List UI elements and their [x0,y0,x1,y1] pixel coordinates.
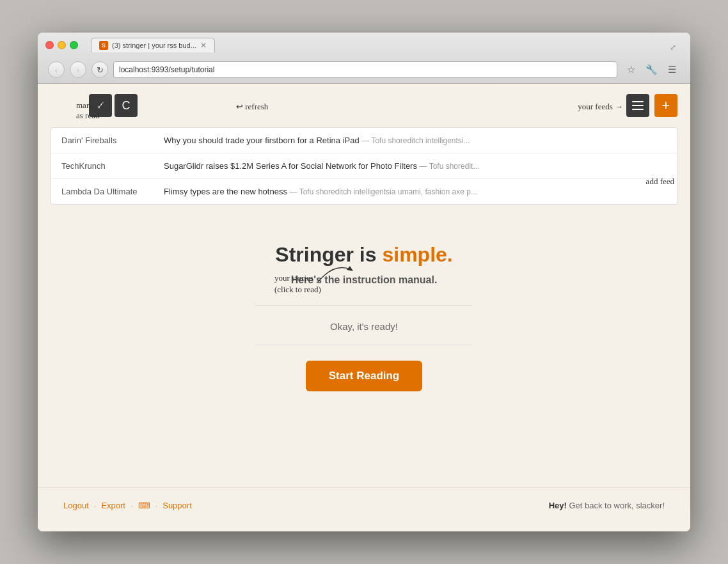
headline: Stringer is simple. [51,243,677,267]
keyboard-shortcut-link[interactable]: ⌨ [138,501,150,510]
title-bar: S (3) stringer | your rss bud... ✕ ⤢ [45,38,683,52]
logout-link[interactable]: Logout [63,501,89,510]
support-link[interactable]: Support [162,501,192,510]
divider-top [255,305,473,306]
mark-all-read-button[interactable]: ✓ [89,94,112,117]
app-content: mark allas read ✓ C ↩ refresh your feeds… [38,84,690,531]
start-reading-button[interactable]: Start Reading [306,361,423,391]
divider-bottom [255,345,473,345]
footer-tagline-bold: Hey! [549,501,567,510]
feed-source: TechKrunch [61,161,164,171]
tab-bar: S (3) stringer | your rss bud... ✕ [91,38,215,52]
toolbar-right: your feeds → + [626,94,677,117]
extensions-icon[interactable]: 🔧 [643,61,660,78]
feed-source: Darin' Fireballs [61,136,164,145]
tab-label: (3) stringer | your rss bud... [112,42,196,49]
ready-text: Okay, it's ready! [51,321,677,332]
export-link[interactable]: Export [101,501,125,510]
footer-tagline: Hey! Get back to work, slacker! [549,501,665,510]
annotation-refresh: ↩ refresh [236,102,268,112]
back-button[interactable]: ‹ [48,61,65,78]
subheadline: Here's the instruction manual. [51,274,677,286]
refresh-button[interactable]: ↻ [91,61,108,78]
separator-3: · [155,501,158,510]
tab-close-icon[interactable]: ✕ [200,41,207,50]
annotation-stories: your stories(click to read) [274,272,321,295]
forward-button[interactable]: › [70,61,86,78]
feed-title: Flimsy types are the new hotness — Tofu … [164,187,667,196]
footer-tagline-text: Get back to work, slacker! [567,501,665,510]
feed-item[interactable]: TechKrunch SugarGlidr raises $1.2M Serie… [51,153,677,179]
tab-favicon: S [99,41,108,50]
address-bar[interactable]: localhost:9393/setup/tutorial [113,61,617,78]
footer-links: Logout · Export · ⌨ · Support [63,501,192,510]
feed-item[interactable]: Darin' Fireballs Why you should trade yo… [51,128,677,153]
address-text: localhost:9393/setup/tutorial [119,65,214,74]
expand-icon[interactable]: ⤢ [670,43,676,52]
close-button[interactable] [45,41,54,49]
main-content: Stringer is simple. Here's the instructi… [38,205,690,436]
separator-2: · [131,501,133,510]
maximize-button[interactable] [70,41,78,49]
browser-toolbar-actions: ☆ 🔧 ☰ [622,61,680,78]
browser-window: S (3) stringer | your rss bud... ✕ ⤢ ‹ ›… [38,33,690,531]
feed-list: Darin' Fireballs Why you should trade yo… [51,127,677,205]
add-feed-button[interactable]: + [654,94,677,117]
active-tab[interactable]: S (3) stringer | your rss bud... ✕ [91,38,215,52]
annotation-feeds: your feeds → [578,102,623,112]
browser-toolbar: ‹ › ↻ localhost:9393/setup/tutorial ☆ 🔧 … [45,58,683,83]
svg-rect-1 [632,105,644,106]
svg-rect-0 [632,101,644,102]
bookmark-icon[interactable]: ☆ [622,61,639,78]
feeds-list-button[interactable] [626,94,649,117]
minimize-button[interactable] [58,41,66,49]
svg-rect-2 [632,109,644,110]
feed-source: Lambda Da Ultimate [61,187,164,196]
refresh-app-button[interactable]: C [115,94,138,117]
feed-item[interactable]: Lambda Da Ultimate Flimsy types are the … [51,179,677,204]
separator-1: · [94,501,97,510]
toolbar-left: ✓ C [51,94,138,117]
app-toolbar: mark allas read ✓ C ↩ refresh your feeds… [38,84,690,127]
menu-icon[interactable]: ☰ [663,61,680,78]
browser-chrome: S (3) stringer | your rss bud... ✕ ⤢ ‹ ›… [38,33,690,84]
feed-title: SugarGlidr raises $1.2M Series A for Soc… [164,161,667,171]
feed-title: Why you should trade your firstborn for … [164,136,667,145]
traffic-lights [45,41,78,49]
app-footer: Logout · Export · ⌨ · Support Hey! Get b… [38,487,690,523]
headline-highlight: simple. [382,243,452,266]
